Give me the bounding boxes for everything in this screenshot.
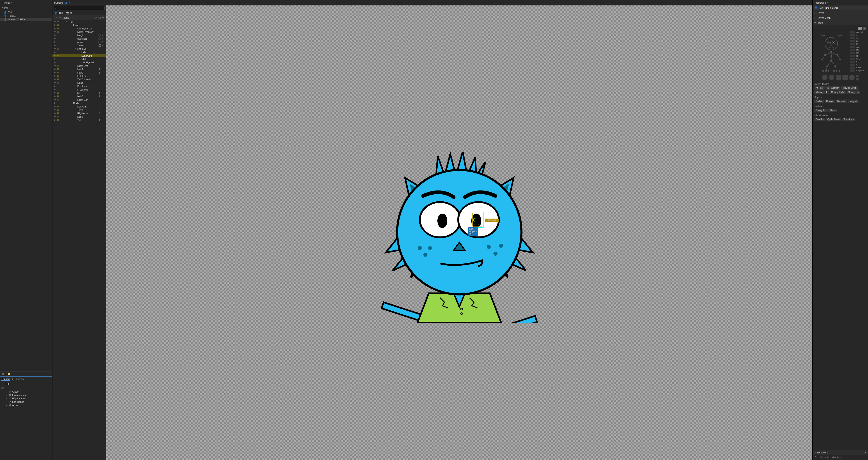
- tag-button[interactable]: Moving Up: [846, 90, 860, 94]
- tag-button[interactable]: Dangle: [825, 99, 835, 103]
- layer-row[interactable]: 👁♛›Left Eyebrow: [53, 27, 106, 30]
- project-item[interactable]: 👤TullBG: [0, 14, 52, 18]
- crown-toggle[interactable]: ♛: [57, 98, 60, 101]
- trigger-item[interactable]: ⇄Close: [0, 390, 52, 393]
- expand-icon[interactable]: ›: [79, 51, 81, 53]
- crown-toggle[interactable]: ♛: [57, 20, 60, 23]
- visibility-toggle[interactable]: 👁: [54, 27, 57, 30]
- visibility-toggle[interactable]: 👁: [54, 31, 57, 33]
- expand-icon[interactable]: ›: [74, 34, 77, 36]
- layer-row[interactable]: 👁Freckles: [53, 84, 106, 88]
- visibility-toggle[interactable]: 👁: [54, 109, 57, 111]
- visibility-toggle[interactable]: 👁: [54, 48, 57, 50]
- layer-row[interactable]: 👁›question🎙: [53, 37, 106, 40]
- viseme-item[interactable]: L: [850, 64, 866, 66]
- tag-button[interactable]: Moving Left: [814, 90, 829, 94]
- toggle-face-icon[interactable]: ☺: [863, 27, 866, 30]
- keyboard-icon[interactable]: [1, 387, 4, 390]
- layer-row[interactable]: 👁›Tears🎙: [53, 44, 106, 47]
- expand-icon[interactable]: ▾: [70, 102, 73, 104]
- expand-icon[interactable]: ›: [74, 112, 77, 114]
- expand-icon[interactable]: ›: [79, 55, 81, 57]
- tab-history[interactable]: History: [16, 378, 24, 380]
- mic-icon[interactable]: 🎙: [102, 16, 104, 19]
- search-input[interactable]: ⌕: [54, 6, 105, 10]
- visibility-toggle[interactable]: 👁: [54, 106, 57, 108]
- expand-icon[interactable]: ›: [74, 45, 77, 47]
- layer-row[interactable]: 👁♛▾Left Eye: [53, 47, 106, 51]
- tag-button[interactable]: Breathe: [814, 118, 825, 121]
- layer-row[interactable]: 👁♛›Left Pupil: [53, 54, 106, 57]
- viseme-item[interactable]: Aa: [850, 46, 866, 48]
- section-layer[interactable]: ›Layer: [813, 10, 868, 16]
- visibility-toggle[interactable]: 👁: [54, 119, 57, 121]
- tab-triggers[interactable]: Triggers: [1, 378, 10, 381]
- visibility-toggle[interactable]: 👁: [54, 82, 57, 84]
- layer-row[interactable]: 👁♛›Nose: [53, 81, 106, 84]
- crown-toggle[interactable]: ♛: [57, 24, 60, 26]
- tag-left-pupil[interactable]: Left Pupil✕: [485, 219, 499, 222]
- crown-toggle[interactable]: ♛: [57, 119, 60, 121]
- origin-marker[interactable]: [473, 218, 476, 222]
- expand-icon[interactable]: ▾: [66, 21, 69, 23]
- layer-row[interactable]: 👁›Lids: [53, 51, 106, 54]
- tag-button[interactable]: Draggable: [814, 109, 828, 112]
- layer-row[interactable]: 👁♛›TalkContents: [53, 78, 106, 81]
- tag-button[interactable]: Moving Down: [841, 86, 858, 90]
- layer-row[interactable]: 👁♛›Left Arm4: [53, 105, 106, 108]
- crown-toggle[interactable]: ♛: [57, 95, 60, 97]
- visibility-toggle[interactable]: 👁: [54, 112, 57, 114]
- layer-row[interactable]: 👁♛›Right Eye: [53, 64, 106, 67]
- clapper-icon[interactable]: 🎬: [1, 372, 4, 376]
- target-icon[interactable]: ◎: [94, 16, 97, 19]
- expand-icon[interactable]: ›: [74, 119, 77, 121]
- project-item[interactable]: 🎬Scene - TullBG: [0, 18, 52, 21]
- tag-button[interactable]: Collide: [814, 99, 824, 103]
- layer-row[interactable]: 👁♛▾Tull: [53, 20, 106, 23]
- tag-button[interactable]: Cycle Pause: [826, 118, 841, 121]
- layer-row[interactable]: 👁♛›Right Ear: [53, 98, 106, 102]
- tag-button[interactable]: At Rest: [814, 86, 825, 90]
- tag-button[interactable]: Moving Right: [830, 90, 846, 94]
- visibility-toggle[interactable]: 👁: [54, 55, 57, 57]
- expand-icon[interactable]: ›: [6, 401, 8, 403]
- crown-toggle[interactable]: ♛: [57, 109, 60, 111]
- menu-icon[interactable]: ≡: [69, 1, 70, 4]
- layer-row[interactable]: 👁Left Eyeball: [53, 61, 106, 64]
- viseme-item[interactable]: Ee: [850, 43, 866, 45]
- expand-icon[interactable]: ›: [6, 394, 8, 396]
- visibility-toggle[interactable]: 👁: [54, 92, 57, 94]
- layer-row[interactable]: 👁♛›bg1: [53, 91, 106, 94]
- crown-toggle[interactable]: ♛: [57, 71, 60, 74]
- expand-icon[interactable]: ›: [74, 99, 77, 101]
- expand-icon[interactable]: ›: [74, 92, 77, 94]
- crown-toggle[interactable]: ♛: [57, 31, 60, 33]
- layer-row[interactable]: 👁♛›Right Eyebrow: [53, 30, 106, 33]
- tag-left-pupil-size[interactable]: Left Pupil Size✕: [468, 227, 478, 236]
- layer-row[interactable]: 👁›growl🎙: [53, 40, 106, 44]
- trigger-item[interactable]: ›⇄Arms: [0, 403, 52, 407]
- crown-icon[interactable]: ♔: [58, 16, 61, 19]
- project-item[interactable]: 👤Tull: [0, 10, 52, 14]
- expand-icon[interactable]: ›: [74, 71, 77, 74]
- expand-icon[interactable]: ›: [6, 397, 8, 400]
- visibility-toggle[interactable]: 👁: [54, 45, 57, 47]
- crown-toggle[interactable]: ♛: [57, 54, 60, 57]
- viseme-item[interactable]: Oh: [850, 52, 866, 54]
- tag-button[interactable]: Fixed: [829, 109, 837, 112]
- viseme-item[interactable]: S: [850, 37, 866, 39]
- expand-icon[interactable]: ›: [74, 68, 77, 70]
- visibility-toggle[interactable]: 👁: [54, 78, 57, 81]
- visibility-toggle[interactable]: 👁: [54, 116, 57, 118]
- visibility-toggle[interactable]: 👁: [54, 34, 57, 36]
- visibility-toggle[interactable]: 👁: [54, 99, 57, 101]
- visibility-toggle[interactable]: 👁: [54, 51, 57, 53]
- crown-toggle[interactable]: ♛: [57, 64, 60, 67]
- emotion-icon[interactable]: [849, 75, 855, 80]
- visibility-toggle[interactable]: 👁: [54, 68, 57, 70]
- expand-icon[interactable]: ›: [74, 37, 77, 39]
- layer-row[interactable]: 👁white: [53, 57, 106, 61]
- folder-icon[interactable]: 📁: [7, 372, 10, 376]
- visibility-toggle[interactable]: 👁: [54, 65, 57, 67]
- layer-row[interactable]: 👁Freckles2: [53, 88, 106, 91]
